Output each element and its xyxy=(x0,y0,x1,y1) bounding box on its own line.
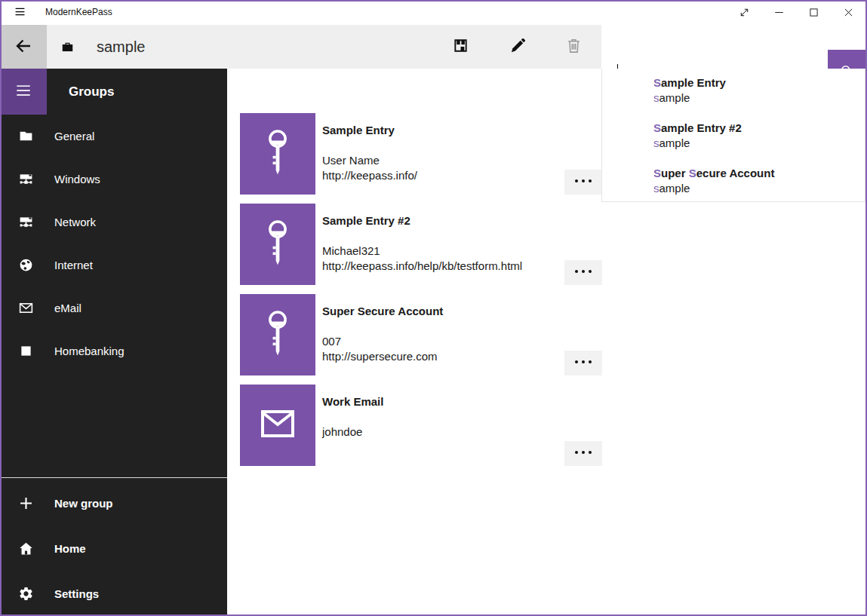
sidebar-item-settings[interactable]: Settings xyxy=(0,571,227,616)
search-match-highlight: S xyxy=(653,167,661,179)
more-icon xyxy=(573,267,593,278)
search-result-title: Sample Entry xyxy=(653,75,865,90)
nav-hamburger-button[interactable] xyxy=(0,69,47,115)
sidebar-item-home[interactable]: Home xyxy=(0,526,227,571)
more-icon xyxy=(573,176,593,188)
sidebar: Groups GeneralWindowsNetworkInterneteMai… xyxy=(0,69,227,616)
entry-title: Super Secure Account xyxy=(322,305,443,317)
sidebar-item-label: General xyxy=(54,130,94,143)
entry-super-secure-account: Super Secure Account007http://supersecur… xyxy=(227,294,867,375)
search-result-sample-entry-2[interactable]: Sample Entry #2sample xyxy=(602,114,865,159)
search-match-highlight: S xyxy=(689,167,696,179)
search-match-highlight: S xyxy=(653,76,661,89)
more-icon xyxy=(573,357,593,369)
search-result-sample-entry[interactable]: Sample Entrysample xyxy=(602,69,865,114)
save-button[interactable] xyxy=(442,25,478,69)
save-icon xyxy=(452,37,469,57)
sidebar-item-label: Internet xyxy=(54,259,93,271)
sidebar-item-label: eMail xyxy=(54,302,81,314)
entry-title: Work Email xyxy=(322,395,383,408)
hamburger-icon xyxy=(13,82,34,101)
entry-work-email: Work Emailjohndoe xyxy=(227,385,867,466)
sidebar-item-label: Windows xyxy=(54,173,100,185)
minimize-icon xyxy=(773,6,786,21)
entry-more-button[interactable] xyxy=(564,260,602,285)
sidebar-item-label: New group xyxy=(54,497,113,510)
home-icon xyxy=(18,541,34,556)
search-result-title: Super Secure Account xyxy=(653,166,865,181)
maximize-button[interactable] xyxy=(796,2,831,25)
sidebar-item-homebanking[interactable]: Homebanking xyxy=(0,329,227,372)
window-controls xyxy=(727,2,865,25)
entry-more-button[interactable] xyxy=(564,170,602,195)
database-title: sample xyxy=(97,25,145,69)
search-result-super-secure-account[interactable]: Super Secure Accountsample xyxy=(602,159,865,204)
globe-icon xyxy=(18,257,34,273)
sidebar-item-general[interactable]: General xyxy=(0,115,227,158)
entry-title: Sample Entry xyxy=(322,124,395,136)
sidebar-item-label: Homebanking xyxy=(54,345,125,357)
folder-icon xyxy=(18,128,34,144)
app-command-bar: sample s xyxy=(0,25,867,69)
fullscreen-button[interactable] xyxy=(727,2,761,25)
back-arrow-icon xyxy=(14,37,32,57)
entry-username: 007 xyxy=(322,335,341,348)
search-result-group: sample xyxy=(653,90,865,106)
briefcase-icon xyxy=(60,40,75,54)
network-icon xyxy=(18,214,34,230)
app-title: ModernKeePass xyxy=(45,0,112,25)
network-icon xyxy=(18,171,34,187)
fullscreen-icon xyxy=(738,6,751,21)
sidebar-item-label: Network xyxy=(54,216,96,228)
sidebar-item-label: Home xyxy=(54,542,86,555)
entry-tile[interactable] xyxy=(240,294,315,375)
search-match-highlight: s xyxy=(653,182,659,195)
search-result-group: sample xyxy=(653,136,865,151)
sidebar-item-label: Settings xyxy=(54,587,99,600)
titlebar-hamburger-button[interactable] xyxy=(5,0,35,25)
close-button[interactable] xyxy=(831,2,865,25)
envelope-icon xyxy=(18,300,34,316)
more-icon xyxy=(573,448,593,459)
entry-tile[interactable] xyxy=(240,204,315,285)
titlebar: ModernKeePass xyxy=(0,0,867,25)
sidebar-item-internet[interactable]: Internet xyxy=(0,244,227,287)
entry-username: johndoe xyxy=(322,425,362,438)
maximize-icon xyxy=(807,6,820,21)
sidebar-action-list: New groupHomeSettings xyxy=(0,480,227,616)
back-button[interactable] xyxy=(0,25,47,69)
search-match-highlight: s xyxy=(653,136,659,149)
square-icon xyxy=(18,343,34,359)
edit-icon xyxy=(509,37,527,57)
envelope-icon xyxy=(261,410,294,440)
search-result-title: Sample Entry #2 xyxy=(653,121,865,136)
edit-button[interactable] xyxy=(500,25,536,69)
gear-icon xyxy=(18,586,34,602)
key-icon xyxy=(265,129,291,179)
search-suggestions-dropdown: Sample EntrysampleSample Entry #2sampleS… xyxy=(601,69,865,202)
entry-more-button[interactable] xyxy=(564,441,602,466)
entry-tile[interactable] xyxy=(240,113,315,195)
sidebar-item-new-group[interactable]: New group xyxy=(0,480,227,526)
close-icon xyxy=(842,6,855,21)
search-match-highlight: S xyxy=(653,121,661,134)
sidebar-item-email[interactable]: eMail xyxy=(0,287,227,329)
app-window: ModernKeePass sample s Sample Entrysampl… xyxy=(0,0,867,616)
trash-icon xyxy=(565,37,583,57)
appbar-main: sample xyxy=(47,25,601,69)
key-icon xyxy=(265,219,291,269)
plus-icon xyxy=(18,495,34,511)
sidebar-item-network[interactable]: Network xyxy=(0,201,227,244)
entry-tile[interactable] xyxy=(240,385,315,466)
entry-username: Michael321 xyxy=(322,244,380,257)
delete-button xyxy=(555,25,592,69)
sidebar-item-windows[interactable]: Windows xyxy=(0,158,227,201)
entry-url: http://keepass.info/help/kb/testform.htm… xyxy=(322,259,522,272)
entry-more-button[interactable] xyxy=(564,351,602,375)
group-list: GeneralWindowsNetworkInterneteMailHomeba… xyxy=(0,115,227,372)
entry-username: User Name xyxy=(322,154,380,167)
key-icon xyxy=(265,310,291,360)
entry-url: http://supersecure.com xyxy=(322,350,438,363)
minimize-button[interactable] xyxy=(761,2,796,25)
search-match-highlight: s xyxy=(653,91,659,104)
